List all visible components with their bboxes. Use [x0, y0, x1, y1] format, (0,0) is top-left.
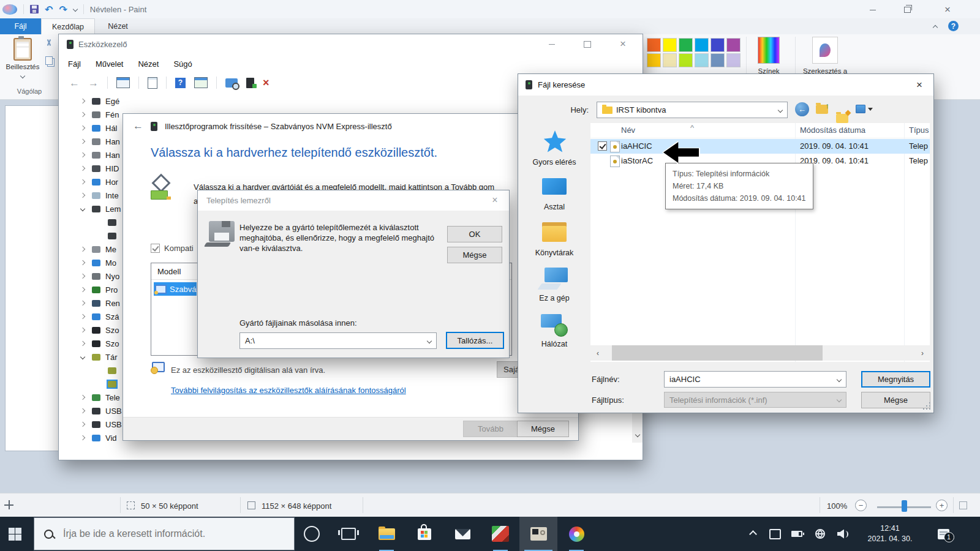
nav-back-icon[interactable]: ← [795, 102, 809, 116]
column-type[interactable]: Típus [909, 126, 929, 135]
disk-dialog-titlebar[interactable]: Telepítés lemezről × [198, 190, 509, 211]
disk-dialog-ok-button[interactable]: OK [447, 226, 502, 242]
dm-console-icon[interactable] [116, 77, 130, 88]
paint-canvas[interactable] [5, 105, 59, 451]
edit-colors-button[interactable]: Színek [750, 37, 788, 75]
fd-cancel-button[interactable]: Mégse [861, 392, 930, 408]
fd-close-button[interactable]: × [905, 75, 933, 95]
device-tree-item[interactable]: Nyo [60, 269, 125, 283]
taskbar-app-store[interactable] [405, 517, 443, 551]
search-input[interactable] [62, 528, 285, 540]
start-button[interactable] [0, 517, 29, 551]
dm-titlebar[interactable]: Eszközkezelő × [59, 34, 643, 54]
compatible-hardware-checkbox[interactable]: Kompati [151, 244, 194, 253]
dm-close-button[interactable]: × [609, 34, 637, 54]
device-tree-item[interactable]: Tár [60, 350, 125, 364]
device-tree-item[interactable]: Vid [60, 431, 125, 444]
dm-forward-icon[interactable]: → [88, 78, 99, 88]
taskbar-search-box[interactable] [34, 517, 295, 550]
color-swatch[interactable] [726, 38, 741, 52]
dm-listview-icon[interactable] [194, 77, 208, 88]
tree-expand-icon[interactable] [78, 355, 87, 359]
device-tree-item[interactable]: Pro [60, 283, 125, 296]
device-tree-item[interactable]: Szo [60, 323, 125, 337]
taskbar-app-explorer[interactable] [368, 517, 405, 551]
wizard-back-icon[interactable]: ← [133, 120, 143, 132]
sidebar-item-libraries[interactable]: Könyvtárak [518, 221, 590, 257]
undo-button[interactable]: ↶ [45, 4, 53, 15]
device-tree-item[interactable]: USB [60, 404, 125, 418]
tree-expand-icon[interactable] [78, 167, 87, 170]
tray-battery-icon[interactable] [786, 517, 807, 551]
disk-dialog-close-button[interactable]: × [481, 190, 509, 210]
help-icon[interactable]: ? [948, 21, 959, 31]
device-tree-item[interactable]: Hor [60, 175, 125, 189]
tree-expand-icon[interactable] [78, 113, 87, 116]
tray-tablet-icon[interactable] [764, 517, 785, 551]
device-tree-item[interactable]: Inte [60, 189, 125, 202]
tree-expand-icon[interactable] [78, 180, 87, 184]
qat-dropdown-icon[interactable] [73, 7, 78, 12]
dm-help-icon[interactable]: ? [175, 78, 186, 88]
redo-button[interactable]: ↷ [59, 4, 67, 15]
tree-expand-icon[interactable] [78, 409, 87, 413]
color-swatch[interactable] [695, 53, 709, 67]
dm-back-icon[interactable]: ← [69, 78, 80, 88]
edit-with-paint3d-button[interactable]: Szerkesztés a [799, 37, 851, 75]
tree-expand-icon[interactable] [78, 422, 87, 426]
sidebar-item-desktop[interactable]: Asztal [518, 175, 590, 211]
dm-menu-nézet[interactable]: Nézet [138, 59, 159, 69]
dm-scan-icon[interactable] [225, 78, 238, 88]
fd-hscroll-thumb[interactable] [612, 345, 823, 361]
disk-dialog-cancel-button[interactable]: Mégse [447, 247, 502, 263]
color-swatch[interactable] [695, 38, 709, 52]
zoom-in-button[interactable]: + [936, 500, 948, 511]
taskbar-clock[interactable]: 12:41 2021. 04. 30. [856, 517, 924, 551]
color-swatch[interactable] [710, 38, 725, 52]
tree-expand-icon[interactable] [78, 328, 87, 332]
device-tree-item[interactable]: Mo [60, 256, 125, 269]
tree-expand-icon[interactable] [78, 99, 87, 103]
tree-expand-icon[interactable] [78, 301, 87, 305]
zoom-slider-thumb[interactable] [902, 500, 907, 512]
filename-combo[interactable]: iaAHCIC [664, 371, 846, 388]
device-tree-item[interactable]: HID [60, 162, 125, 175]
tree-expand-icon[interactable] [78, 207, 87, 211]
fd-scroll-right[interactable]: › [915, 345, 930, 361]
color-swatch[interactable] [726, 53, 741, 67]
taskbar-app-mail[interactable] [443, 517, 481, 551]
dm-update-driver-icon[interactable] [246, 78, 254, 88]
wizard-cancel-button[interactable]: Mégse [517, 421, 569, 437]
device-tree-item[interactable]: Hál [60, 121, 125, 135]
device-tree-item[interactable]: Me [60, 242, 125, 256]
device-tree-item[interactable]: Szo [60, 337, 125, 350]
file-checkbox[interactable] [598, 141, 607, 151]
paint-close-button[interactable]: × [933, 0, 962, 20]
tree-expand-icon[interactable] [78, 140, 87, 143]
filename-dropdown-icon[interactable] [837, 377, 842, 381]
dm-menu-művelet[interactable]: Művelet [96, 59, 124, 69]
driver-signing-link[interactable]: További felvilágosítás az eszközillesztő… [171, 386, 406, 395]
color-swatch[interactable] [663, 53, 677, 67]
paste-button[interactable]: Beillesztés [5, 37, 40, 83]
device-tree-item[interactable]: Han [60, 135, 125, 148]
tree-expand-icon[interactable] [78, 126, 87, 130]
sidebar-item-this-pc[interactable]: Ez a gép [518, 266, 590, 302]
model-selected-item[interactable]: Szabvá [154, 282, 197, 296]
color-swatch[interactable] [710, 53, 725, 67]
tray-volume-icon[interactable] [833, 517, 854, 551]
dm-properties-icon[interactable] [148, 77, 157, 89]
color-swatch[interactable] [679, 38, 693, 52]
taskbar-app-device-manager[interactable] [519, 517, 557, 551]
tree-expand-icon[interactable] [78, 261, 87, 264]
nav-up-folder-icon[interactable]: ↑ [816, 105, 828, 114]
dm-menu-fájl[interactable]: Fájl [68, 59, 81, 69]
tree-expand-icon[interactable] [78, 288, 87, 291]
device-tree-item[interactable]: Lem [60, 202, 125, 216]
browse-button[interactable]: Tallózás... [446, 332, 504, 349]
sidebar-item-star[interactable]: Gyors elérés [518, 130, 590, 167]
dm-minimize-button[interactable] [538, 34, 566, 54]
device-tree-item[interactable]: Han [60, 148, 125, 162]
open-button[interactable]: Megnyitás [861, 371, 930, 388]
save-icon[interactable] [30, 5, 39, 13]
